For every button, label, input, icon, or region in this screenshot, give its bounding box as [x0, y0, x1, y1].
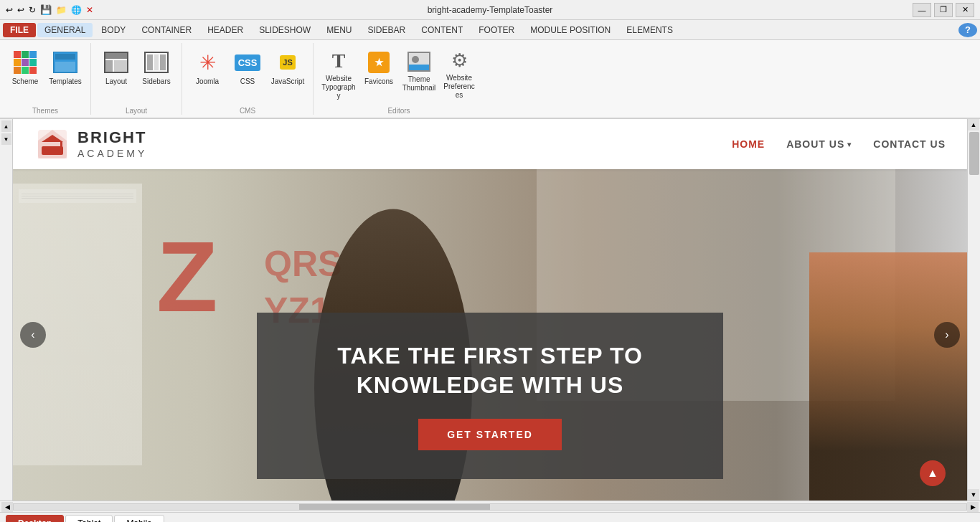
- nav-home[interactable]: HOME: [732, 138, 765, 150]
- typography-label: Website Typography: [321, 75, 356, 100]
- menu-module-position[interactable]: MODULE POSITION: [523, 23, 618, 37]
- favicons-button[interactable]: ★ Favicons: [359, 46, 398, 95]
- scroll-up-button[interactable]: ▲: [920, 460, 946, 486]
- website-typography-button[interactable]: T Website Typography: [319, 46, 358, 95]
- window-controls: — ❐ ✕: [913, 3, 974, 17]
- nav-contact[interactable]: CONTACT US: [873, 138, 946, 150]
- scroll-down-arrow[interactable]: ▼: [968, 489, 979, 500]
- help-button[interactable]: ?: [958, 23, 977, 37]
- nav-about-text: ABOUT US: [786, 138, 844, 150]
- canvas: BRIGHT ACADEMY HOME ABOUT US ▾ CONTACT U…: [13, 119, 967, 500]
- menu-elements[interactable]: ELEMENTS: [619, 23, 680, 37]
- hero-overlay: TAKE THE FIRST STEP TO KNOWLEDGE WITH US…: [257, 313, 723, 479]
- themes-group-label: Themes: [6, 107, 85, 115]
- menu-general[interactable]: GENERAL: [37, 23, 93, 37]
- templates-button[interactable]: Templates: [46, 46, 85, 95]
- menu-footer[interactable]: FOOTER: [471, 23, 522, 37]
- carousel-next-button[interactable]: ›: [934, 322, 960, 348]
- editors-group-label: Editors: [319, 107, 479, 115]
- favicons-icon: ★: [366, 49, 392, 75]
- css-label: CSS: [240, 77, 255, 86]
- status-bar: Desktop Tablet Mobile: [0, 512, 980, 522]
- layout-icon: [103, 49, 129, 75]
- templates-label: Templates: [49, 77, 82, 86]
- main-area: ▲ ▼: [0, 119, 980, 500]
- nav-about[interactable]: ABOUT US ▾: [786, 138, 852, 150]
- site-navigation: BRIGHT ACADEMY HOME ABOUT US ▾ CONTACT U…: [13, 119, 967, 169]
- tablet-tab[interactable]: Tablet: [65, 515, 113, 523]
- menu-sidebar[interactable]: SIDEBAR: [361, 23, 413, 37]
- site-menu: HOME ABOUT US ▾ CONTACT US: [732, 138, 946, 150]
- system-icon-3: ↻: [29, 5, 36, 15]
- scroll-left-arrow[interactable]: ◀: [1, 502, 13, 512]
- system-icon-4: 💾: [40, 4, 52, 15]
- logo-bright: BRIGHT: [77, 128, 147, 147]
- ribbon-group-cms: ✳ Joomla CSS CSS JS JavaScript CM: [188, 43, 314, 115]
- left-scrollbar: ▲ ▼: [0, 119, 13, 500]
- ribbon-group-layout: Layout Sidebars Layout: [97, 43, 182, 115]
- menu-menu[interactable]: MENU: [319, 23, 359, 37]
- menu-file[interactable]: FILE: [3, 23, 36, 37]
- javascript-button[interactable]: JS JavaScript: [268, 46, 307, 95]
- hero-title-line2: KNOWLEDGE WITH US: [357, 372, 624, 398]
- mobile-tab[interactable]: Mobile: [114, 515, 164, 523]
- hero-title: TAKE THE FIRST STEP TO KNOWLEDGE WITH US: [293, 341, 687, 401]
- hero-section: Z QRSYZ1 ‹ TAKE THE FIRST STEP TO KNOWLE…: [13, 169, 967, 500]
- typography-icon: T: [326, 49, 352, 72]
- layout-group-label: Layout: [97, 107, 176, 115]
- bottom-scroll-thumb: [299, 504, 490, 510]
- ribbon-group-items-cms: ✳ Joomla CSS CSS JS JavaScript: [188, 43, 307, 104]
- right-scrollbar: ▲ ▼: [967, 119, 980, 500]
- menu-container[interactable]: CONTAINER: [134, 23, 199, 37]
- sidebars-label: Sidebars: [142, 77, 170, 86]
- scroll-up-arrow[interactable]: ▲: [968, 119, 979, 130]
- ribbon-group-items-layout: Layout Sidebars: [97, 43, 176, 104]
- css-button[interactable]: CSS CSS: [228, 46, 267, 95]
- scrollbar-thumb[interactable]: [969, 132, 979, 175]
- scheme-label: Scheme: [12, 77, 39, 86]
- minimize-button[interactable]: —: [913, 3, 931, 17]
- hero-cta-button[interactable]: GET STARTED: [418, 419, 562, 450]
- restore-button[interactable]: ❐: [934, 3, 953, 17]
- layout-button[interactable]: Layout: [97, 46, 136, 95]
- theme-thumbnail-button[interactable]: Theme Thumbnail: [400, 46, 438, 95]
- window-title: bright-academy-TemplateToaster: [428, 5, 553, 15]
- sidebars-button[interactable]: Sidebars: [137, 46, 176, 95]
- logo-text: BRIGHT ACADEMY: [77, 128, 147, 159]
- system-icon-1: ↩: [6, 5, 13, 15]
- hero-title-line1: TAKE THE FIRST STEP TO: [337, 343, 643, 369]
- preferences-icon: ⚙: [446, 49, 472, 72]
- desktop-tab[interactable]: Desktop: [6, 515, 64, 523]
- scheme-button[interactable]: Scheme: [6, 46, 44, 95]
- menu-content[interactable]: CONTENT: [414, 23, 470, 37]
- title-bar: ↩ ↩ ↻ 💾 📁 🌐 ✕ bright-academy-TemplateToa…: [0, 0, 980, 20]
- system-icon-2: ↩: [17, 5, 24, 15]
- menu-header[interactable]: HEADER: [200, 23, 250, 37]
- templates-icon: [52, 49, 78, 75]
- thumbnail-icon: [406, 49, 432, 73]
- joomla-label: Joomla: [196, 77, 219, 86]
- logo-icon: [34, 126, 70, 162]
- cms-group-label: CMS: [188, 107, 307, 115]
- scheme-icon: [12, 49, 38, 75]
- z-letter: Z: [156, 227, 218, 327]
- menu-bar: FILE GENERAL BODY CONTAINER HEADER SLIDE…: [0, 20, 980, 40]
- bottom-scroll-track[interactable]: [13, 503, 967, 511]
- website-preferences-button[interactable]: ⚙ Website Preferences: [440, 46, 479, 95]
- close-button[interactable]: ✕: [956, 3, 974, 17]
- ribbon-content: Scheme Templates Themes: [0, 40, 980, 118]
- menu-slideshow[interactable]: SLIDESHOW: [252, 23, 318, 37]
- sidebars-icon: [143, 49, 169, 75]
- title-bar-left: ↩ ↩ ↻ 💾 📁 🌐 ✕: [6, 4, 93, 15]
- joomla-icon: ✳: [194, 49, 220, 75]
- ribbon-group-themes: Scheme Templates Themes: [6, 43, 91, 115]
- ribbon-group-items-editors: T Website Typography ★ Favicons: [319, 43, 479, 104]
- joomla-button[interactable]: ✳ Joomla: [188, 46, 227, 95]
- ribbon-group-editors: T Website Typography ★ Favicons: [319, 43, 484, 115]
- js-icon: JS: [275, 49, 301, 75]
- scroll-right-arrow[interactable]: ▶: [967, 502, 979, 512]
- person-right: [809, 252, 967, 501]
- ribbon-group-items-themes: Scheme Templates: [6, 43, 85, 104]
- carousel-prev-button[interactable]: ‹: [20, 322, 46, 348]
- menu-body[interactable]: BODY: [94, 23, 133, 37]
